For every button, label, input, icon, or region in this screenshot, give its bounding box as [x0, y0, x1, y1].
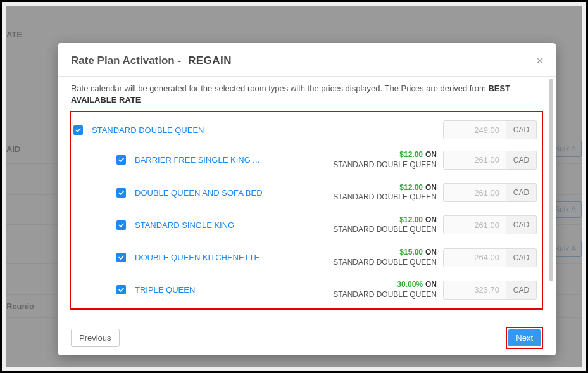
room-name-child[interactable]: BARRIER FREE SINGLE KING ...: [135, 155, 333, 165]
price-child[interactable]: 261.00: [443, 215, 506, 234]
checkbox-child[interactable]: [116, 253, 126, 262]
derive-base: STANDARD DOUBLE QUEEN: [333, 160, 437, 170]
room-row-child: DOUBLE QUEEN KITCHENETTE$15.00ONSTANDARD…: [71, 241, 542, 274]
derive-on: ON: [425, 215, 437, 224]
derive-base: STANDARD DOUBLE QUEEN: [333, 225, 437, 235]
currency-child: CAD: [506, 281, 537, 300]
derive-block: $12.00ONSTANDARD DOUBLE QUEEN: [333, 150, 437, 170]
room-row-child: TRIPLE QUEEN30.00%ONSTANDARD DOUBLE QUEE…: [71, 274, 542, 306]
room-row-child: STANDARD SINGLE KING$12.00ONSTANDARD DOU…: [71, 209, 542, 241]
modal-header: Rate Plan Activation - REGAIN ×: [58, 43, 556, 77]
outer-frame: ATE AID Bulk A Bulk A Bulk A Reunio: [0, 0, 588, 373]
derive-amount: $15.00: [399, 248, 423, 256]
modal-title-prefix: Rate Plan Activation -: [71, 54, 181, 66]
room-row-child: DOUBLE QUEEN AND SOFA BED$12.00ONSTANDAR…: [71, 177, 542, 209]
checkbox-child[interactable]: [116, 155, 126, 165]
next-button-highlight: Next: [506, 327, 543, 349]
derive-block: 30.00%ONSTANDARD DOUBLE QUEEN: [333, 280, 437, 300]
derive-base: STANDARD DOUBLE QUEEN: [333, 193, 437, 203]
currency-child: CAD: [506, 248, 537, 267]
next-button[interactable]: Next: [508, 329, 541, 346]
derive-base: STANDARD DOUBLE QUEEN: [333, 290, 437, 300]
modal-title: Rate Plan Activation - REGAIN: [71, 54, 232, 67]
checkbox-child[interactable]: [116, 188, 126, 198]
rate-plan-modal: Rate Plan Activation - REGAIN × Rate cal…: [58, 43, 556, 355]
modal-footer: Previous Next: [58, 320, 556, 355]
derive-on: ON: [425, 150, 437, 159]
modal-description: Rate calendar will be generated for the …: [58, 77, 556, 111]
derive-amount: $12.00: [399, 183, 423, 192]
room-name-parent[interactable]: STANDARD DOUBLE QUEEN: [92, 125, 443, 135]
room-row-child: BARRIER FREE SINGLE KING ...$12.00ONSTAN…: [71, 144, 542, 176]
modal-desc-text: Rate calendar will be generated for the …: [71, 84, 488, 93]
room-name-child[interactable]: TRIPLE QUEEN: [135, 285, 333, 294]
derive-on: ON: [425, 183, 437, 192]
room-row-parent: STANDARD DOUBLE QUEEN 249.00 CAD: [71, 113, 542, 144]
modal-body: STANDARD DOUBLE QUEEN 249.00 CAD BARRIER…: [58, 111, 556, 320]
room-name-child[interactable]: DOUBLE QUEEN AND SOFA BED: [135, 188, 333, 198]
previous-button[interactable]: Previous: [71, 329, 120, 347]
currency-child: CAD: [506, 183, 537, 202]
derive-on: ON: [425, 280, 437, 289]
currency-child: CAD: [506, 151, 537, 170]
inner-frame: ATE AID Bulk A Bulk A Bulk A Reunio: [6, 6, 582, 367]
room-list: STANDARD DOUBLE QUEEN 249.00 CAD BARRIER…: [71, 113, 542, 307]
price-parent[interactable]: 249.00: [443, 120, 506, 139]
derive-block: $12.00ONSTANDARD DOUBLE QUEEN: [333, 215, 437, 235]
price-child[interactable]: 323.70: [443, 281, 506, 300]
room-name-child[interactable]: DOUBLE QUEEN KITCHENETTE: [135, 253, 333, 262]
derive-amount: $12.00: [399, 150, 423, 159]
checkbox-parent[interactable]: [73, 125, 83, 135]
price-child[interactable]: 264.00: [443, 248, 506, 267]
price-child[interactable]: 261.00: [443, 183, 506, 202]
modal-title-plan: REGAIN: [188, 54, 232, 66]
checkbox-child[interactable]: [116, 220, 126, 230]
price-child[interactable]: 261.00: [443, 151, 506, 170]
currency-parent: CAD: [506, 120, 537, 139]
currency-child: CAD: [506, 215, 537, 234]
derive-amount: 30.00%: [397, 280, 423, 289]
derive-block: $15.00ONSTANDARD DOUBLE QUEEN: [333, 248, 437, 267]
close-icon[interactable]: ×: [536, 55, 543, 66]
checkbox-child[interactable]: [116, 285, 126, 294]
room-row-child: EXTERIOR ACCESS DOUBLE QU...$10.00ONSTAN…: [71, 306, 542, 307]
derive-amount: $12.00: [399, 215, 423, 224]
derive-base: STANDARD DOUBLE QUEEN: [333, 258, 437, 268]
room-name-child[interactable]: STANDARD SINGLE KING: [135, 220, 333, 230]
derive-block: $12.00ONSTANDARD DOUBLE QUEEN: [333, 183, 437, 203]
derive-on: ON: [425, 248, 437, 256]
